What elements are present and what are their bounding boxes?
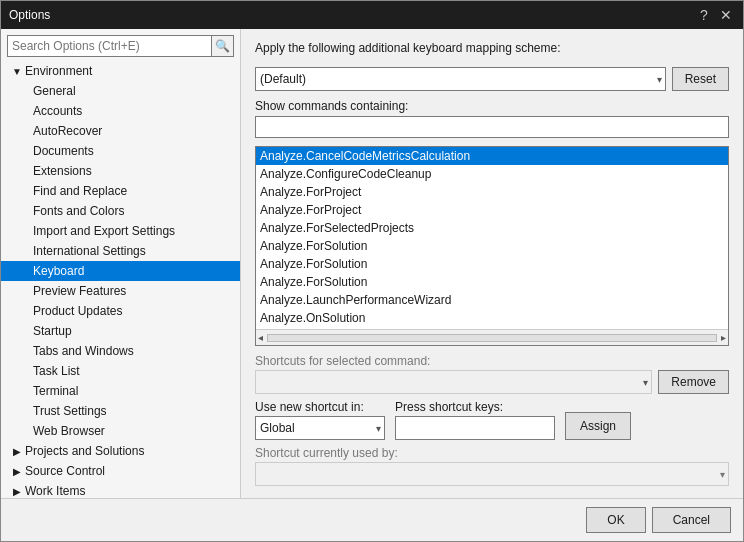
assign-button[interactable]: Assign [565, 412, 631, 440]
show-commands-label: Show commands containing: [255, 99, 729, 113]
search-icon[interactable]: 🔍 [211, 36, 233, 56]
tree-label-documents: Documents [33, 144, 94, 158]
tree-item-extensions[interactable]: Extensions [1, 161, 240, 181]
title-bar-controls: ? ✕ [695, 6, 735, 24]
commands-list-container: Analyze.CancelCodeMetricsCalculation Ana… [255, 146, 729, 346]
tree-item-preview[interactable]: Preview Features [1, 281, 240, 301]
tree-label-terminal: Terminal [33, 384, 78, 398]
tree-label-find-replace: Find and Replace [33, 184, 127, 198]
use-new-label: Use new shortcut in: [255, 400, 385, 414]
tree-item-trust-settings[interactable]: Trust Settings [1, 401, 240, 421]
scroll-left-icon: ◂ [256, 332, 265, 343]
tree-item-projects-solutions[interactable]: ▶ Projects and Solutions [1, 441, 240, 461]
tree-item-documents[interactable]: Documents [1, 141, 240, 161]
ok-button[interactable]: OK [586, 507, 645, 533]
tree-label-accounts: Accounts [33, 104, 82, 118]
tree-label-projects-solutions: Projects and Solutions [25, 444, 144, 458]
close-button[interactable]: ✕ [717, 6, 735, 24]
global-select[interactable]: Global [255, 416, 385, 440]
dialog-footer: OK Cancel [1, 498, 743, 541]
tree-label-web-browser: Web Browser [33, 424, 105, 438]
expand-icon-environment: ▼ [9, 63, 25, 79]
tree-label-trust-settings: Trust Settings [33, 404, 107, 418]
currently-used-wrapper [255, 462, 729, 486]
tree-item-find-replace[interactable]: Find and Replace [1, 181, 240, 201]
tree-item-environment[interactable]: ▼ Environment [1, 61, 240, 81]
tree-label-keyboard: Keyboard [33, 264, 84, 278]
expand-icon-work-items: ▶ [9, 483, 25, 498]
tree-item-autorecover[interactable]: AutoRecover [1, 121, 240, 141]
tree-item-tabs-windows[interactable]: Tabs and Windows [1, 341, 240, 361]
shortcuts-select[interactable] [255, 370, 652, 394]
tree-item-general[interactable]: General [1, 81, 240, 101]
global-select-wrapper: Global [255, 416, 385, 440]
currently-used-row: Shortcut currently used by: [255, 446, 729, 486]
tree-item-product-updates[interactable]: Product Updates [1, 301, 240, 321]
command-item[interactable]: Analyze.ConfigureCodeCleanup [256, 165, 728, 183]
tree-label-product-updates: Product Updates [33, 304, 122, 318]
currently-used-select[interactable] [255, 462, 729, 486]
shortcuts-label: Shortcuts for selected command: [255, 354, 652, 368]
tree-label-tabs-windows: Tabs and Windows [33, 344, 134, 358]
tree-label-work-items: Work Items [25, 484, 85, 498]
bottom-section: Shortcuts for selected command: Remove [255, 354, 729, 486]
tree-label-fonts-colors: Fonts and Colors [33, 204, 124, 218]
horizontal-scrollbar[interactable]: ◂ ▸ [256, 329, 728, 345]
search-input[interactable] [8, 39, 211, 53]
shortcuts-select-wrapper [255, 370, 652, 394]
right-panel: Apply the following additional keyboard … [241, 29, 743, 498]
command-item[interactable]: Analyze.LaunchPerformanceWizard [256, 291, 728, 309]
command-item[interactable]: Analyze.OnSolution [256, 309, 728, 327]
command-item[interactable]: Analyze.ForSolution [256, 237, 728, 255]
scheme-row: (Default) Reset [255, 67, 729, 91]
use-new-shortcut-col: Use new shortcut in: Global [255, 400, 385, 440]
tree-item-accounts[interactable]: Accounts [1, 101, 240, 121]
title-bar: Options ? ✕ [1, 1, 743, 29]
left-panel: 🔍 ▼ Environment General Accounts AutoRec… [1, 29, 241, 498]
dialog-title: Options [9, 8, 50, 22]
search-input-wrapper: 🔍 [7, 35, 234, 57]
command-item[interactable]: Analyze.ForProject [256, 183, 728, 201]
tree-item-keyboard[interactable]: Keyboard [1, 261, 240, 281]
tree-label-environment: Environment [25, 64, 92, 78]
shortcuts-row: Shortcuts for selected command: Remove [255, 354, 729, 394]
scroll-right-icon: ▸ [719, 332, 728, 343]
tree-item-source-control[interactable]: ▶ Source Control [1, 461, 240, 481]
tree-label-international: International Settings [33, 244, 146, 258]
command-item[interactable]: Analyze.ForSolution [256, 255, 728, 273]
help-button[interactable]: ? [695, 6, 713, 24]
expand-icon-source-control: ▶ [9, 463, 25, 479]
tree-label-source-control: Source Control [25, 464, 105, 478]
show-commands-input[interactable] [255, 116, 729, 138]
scheme-select[interactable]: (Default) [255, 67, 666, 91]
options-dialog: Options ? ✕ 🔍 ▼ Environment [0, 0, 744, 542]
commands-list: Analyze.CancelCodeMetricsCalculation Ana… [256, 147, 728, 329]
tree-label-import-export: Import and Export Settings [33, 224, 175, 238]
currently-used-label: Shortcut currently used by: [255, 446, 729, 460]
tree-item-startup[interactable]: Startup [1, 321, 240, 341]
command-item[interactable]: Analyze.ForSolution [256, 273, 728, 291]
tree-label-extensions: Extensions [33, 164, 92, 178]
command-item[interactable]: Analyze.CancelCodeMetricsCalculation [256, 147, 728, 165]
command-item[interactable]: Analyze.ForSelectedProjects [256, 219, 728, 237]
tree-label-startup: Startup [33, 324, 72, 338]
tree-item-terminal[interactable]: Terminal [1, 381, 240, 401]
tree-item-web-browser[interactable]: Web Browser [1, 421, 240, 441]
tree-label-task-list: Task List [33, 364, 80, 378]
tree-item-task-list[interactable]: Task List [1, 361, 240, 381]
command-item[interactable]: Analyze.ForProject [256, 201, 728, 219]
h-scroll-thumb[interactable] [267, 334, 717, 342]
tree-item-import-export[interactable]: Import and Export Settings [1, 221, 240, 241]
tree-item-fonts-colors[interactable]: Fonts and Colors [1, 201, 240, 221]
press-shortcut-label: Press shortcut keys: [395, 400, 555, 414]
tree-label-autorecover: AutoRecover [33, 124, 102, 138]
cancel-button[interactable]: Cancel [652, 507, 731, 533]
remove-button[interactable]: Remove [658, 370, 729, 394]
expand-icon-projects: ▶ [9, 443, 25, 459]
press-shortcut-input[interactable] [395, 416, 555, 440]
tree-label-general: General [33, 84, 76, 98]
tree-item-work-items[interactable]: ▶ Work Items [1, 481, 240, 498]
reset-button[interactable]: Reset [672, 67, 729, 91]
tree-item-international[interactable]: International Settings [1, 241, 240, 261]
scheme-select-wrapper: (Default) [255, 67, 666, 91]
